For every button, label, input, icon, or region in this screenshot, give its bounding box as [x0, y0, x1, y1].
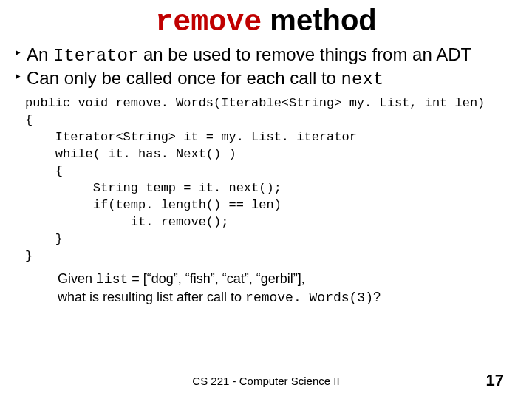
q2-code: remove. Words(3)	[245, 290, 373, 305]
question-line-2: what is resulting list after call to rem…	[58, 288, 532, 307]
bullet-text-pre: An	[27, 44, 53, 64]
code-block: public void remove. Words(Iterable<Strin…	[25, 95, 532, 265]
title-rest: method	[262, 4, 377, 36]
q1-post: = [“dog”, “fish”, “cat”, “gerbil”],	[128, 271, 305, 286]
bullet-text-code: next	[341, 69, 384, 89]
q1-pre: Given	[58, 271, 96, 286]
bullet-text-code: Iterator	[53, 46, 138, 66]
question-line-1: Given list = [“dog”, “fish”, “cat”, “ger…	[58, 270, 532, 288]
bullet-list: ‣ An Iterator an be used to remove thing…	[13, 44, 532, 89]
slide-title: remove method	[0, 0, 532, 38]
bullet-item: ‣ Can only be called once for each call …	[13, 68, 532, 90]
bullet-marker-icon: ‣	[13, 69, 22, 84]
slide: remove method ‣ An Iterator an be used t…	[0, 0, 532, 399]
q1-code: list	[96, 272, 128, 287]
q2-post: ?	[373, 290, 381, 304]
footer-text: CS 221 - Computer Science II	[0, 375, 532, 387]
bullet-text-pre: Can only be called once for each call to	[27, 68, 341, 88]
question-block: Given list = [“dog”, “fish”, “cat”, “ger…	[58, 270, 532, 307]
page-number: 17	[486, 371, 504, 390]
q2-pre: what is resulting list after call to	[58, 290, 245, 304]
bullet-text-post: an be used to remove things from an ADT	[138, 44, 471, 64]
title-code: remove	[155, 6, 262, 39]
bullet-item: ‣ An Iterator an be used to remove thing…	[13, 44, 532, 66]
bullet-marker-icon: ‣	[13, 46, 22, 61]
